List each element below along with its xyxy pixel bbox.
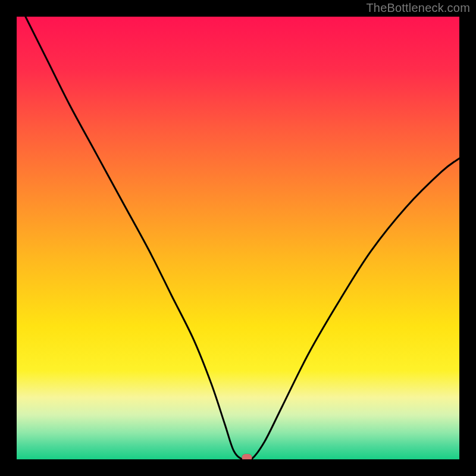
bottleneck-curve	[17, 17, 459, 459]
curve-minimum-marker	[242, 454, 252, 459]
watermark-text: TheBottleneck.com	[366, 1, 470, 15]
chart-frame: TheBottleneck.com	[0, 0, 476, 476]
plot-area	[17, 17, 459, 459]
